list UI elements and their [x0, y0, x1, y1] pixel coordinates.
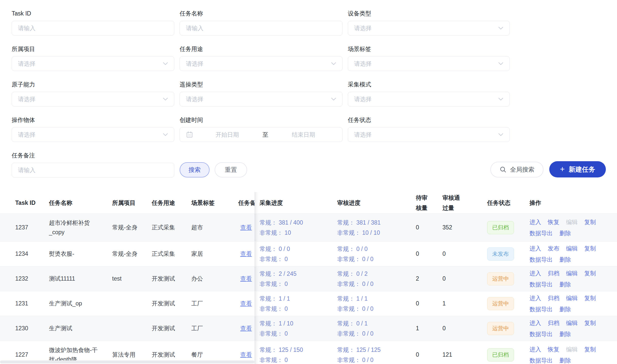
project-select[interactable]: 请选择: [12, 56, 174, 71]
operations: 进入 归档 编辑 复制 数据导出 删除: [529, 268, 596, 290]
op-edit[interactable]: 编辑: [566, 344, 578, 355]
op-enter[interactable]: 进入: [529, 317, 541, 329]
task-id-input[interactable]: [12, 21, 174, 35]
table-header-row: Task ID 任务名称 所属项目 任务用途 场景标签 任务备注 采集进度 审核…: [0, 192, 617, 214]
device-type-select[interactable]: 请选择: [348, 21, 510, 35]
status-badge: 运营中: [487, 272, 514, 285]
op-delete[interactable]: 删除: [559, 329, 571, 340]
teleop-type-select[interactable]: 请选择: [180, 92, 342, 106]
op-edit[interactable]: 编辑: [566, 317, 578, 329]
op-copy[interactable]: 复制: [584, 317, 596, 329]
cell-approved-count: 0: [442, 316, 483, 341]
filter-field-collect-mode: 采集模式 请选择: [348, 81, 510, 106]
review-progress: 常规： 381 / 381非常规： 10 / 10: [337, 217, 381, 238]
header-purpose: 任务用途: [152, 192, 191, 213]
op-export[interactable]: 数据导出: [529, 228, 553, 239]
op-export[interactable]: 数据导出: [529, 254, 553, 265]
chevron-down-icon: [331, 98, 336, 101]
op-export[interactable]: 数据导出: [529, 304, 553, 315]
view-note-link[interactable]: 查看: [240, 224, 252, 231]
op-copy[interactable]: 复制: [584, 268, 596, 279]
view-note-link[interactable]: 查看: [240, 250, 252, 258]
op-delete[interactable]: 删除: [559, 279, 571, 290]
op-copy[interactable]: 复制: [584, 216, 596, 228]
chevron-down-icon: [498, 62, 503, 65]
reset-button[interactable]: 重置: [215, 162, 247, 177]
filter-label: 任务用途: [180, 45, 342, 53]
op-edit[interactable]: 编辑: [566, 293, 578, 304]
chevron-down-icon: [163, 98, 168, 101]
op-export[interactable]: 数据导出: [529, 279, 553, 290]
op-archive[interactable]: 归档: [548, 317, 559, 329]
header-operations: 操作: [529, 192, 617, 213]
op-copy[interactable]: 复制: [584, 293, 596, 304]
op-enter[interactable]: 进入: [529, 293, 541, 304]
filter-label: 操作物体: [12, 116, 174, 124]
chevron-down-icon: [498, 27, 503, 30]
collect-mode-select[interactable]: 请选择: [348, 92, 510, 106]
view-note-link[interactable]: 查看: [240, 300, 252, 307]
op-restore[interactable]: 恢复: [548, 216, 559, 228]
view-note-link[interactable]: 查看: [240, 275, 252, 283]
cell-scene-tag: 超市: [191, 214, 238, 241]
cell-project: [112, 291, 152, 316]
filter-field-task-status: 任务状态 请选择: [348, 116, 510, 142]
task-status-select[interactable]: 请选择: [348, 127, 510, 142]
horizontal-scrollbar[interactable]: [0, 360, 254, 363]
filter-field-atomic-ability: 原子能力 请选择: [12, 81, 174, 106]
op-delete[interactable]: 删除: [559, 304, 571, 315]
collect-progress: 常规： 1 / 1非常规： 0: [260, 294, 290, 314]
cell-purpose: 正式采集: [152, 214, 191, 241]
op-archive[interactable]: 归档: [548, 268, 559, 279]
scene-tag-select[interactable]: 请选择: [348, 56, 510, 71]
filter-field-project: 所属项目 请选择: [12, 45, 174, 71]
op-copy[interactable]: 复制: [584, 344, 596, 355]
atomic-ability-select[interactable]: 请选择: [12, 92, 174, 106]
review-progress: 常规： 0 / 0非常规： 0 / 0: [337, 244, 373, 264]
search-button[interactable]: 搜索: [180, 162, 210, 177]
task-note-input[interactable]: [12, 163, 174, 177]
header-task-id: Task ID: [0, 192, 49, 213]
op-archive[interactable]: 归档: [548, 293, 559, 304]
op-delete[interactable]: 删除: [559, 355, 571, 364]
cell-project: 常规-全身: [112, 242, 152, 266]
cell-task-name: 测试11111: [49, 266, 112, 291]
op-delete[interactable]: 删除: [559, 228, 571, 239]
op-enter[interactable]: 进入: [529, 344, 541, 355]
create-time-range-picker[interactable]: 开始日期 至 结束日期: [180, 127, 342, 142]
task-name-input[interactable]: [180, 21, 342, 35]
operations: 进入 归档 编辑 复制 数据导出 删除: [529, 293, 596, 315]
filter-grid: Task ID 任务名称 设备类型 请选择 所属项目 请选择: [12, 10, 606, 152]
purpose-select[interactable]: 请选择: [180, 56, 342, 71]
operation-object-select[interactable]: 请选择: [12, 127, 174, 142]
op-edit[interactable]: 编辑: [566, 268, 578, 279]
cell-approved-count: 352: [442, 214, 483, 241]
view-note-link[interactable]: 查看: [240, 324, 252, 332]
filter-field-teleop-type: 遥操类型 请选择: [180, 81, 342, 106]
op-edit[interactable]: 编辑: [566, 243, 578, 254]
op-enter[interactable]: 进入: [529, 216, 541, 228]
filter-field-task-name: 任务名称: [180, 10, 342, 35]
filter-field-task-note: 任务备注: [12, 152, 174, 177]
op-edit[interactable]: 编辑: [566, 216, 578, 228]
op-export[interactable]: 数据导出: [529, 355, 553, 364]
end-date-placeholder: 结束日期: [271, 131, 336, 139]
cell-approved-count: 1: [442, 291, 483, 316]
review-progress: 常规： 1 / 1非常规： 0 / 0: [337, 294, 373, 314]
op-delete[interactable]: 删除: [559, 254, 571, 265]
op-export[interactable]: 数据导出: [529, 329, 553, 340]
cell-purpose: 开发测试: [152, 316, 191, 341]
view-note-link[interactable]: 查看: [240, 351, 252, 359]
op-copy[interactable]: 复制: [584, 243, 596, 254]
op-enter[interactable]: 进入: [529, 268, 541, 279]
global-search-button[interactable]: 全局搜索: [490, 162, 543, 177]
filter-label: 遥操类型: [180, 81, 342, 88]
table-row: 1230 生产测试 开发测试 工厂 查看 常规： 1 / 10非常规： 0 常规…: [0, 316, 617, 341]
operations: 进入 归档 编辑 复制 数据导出 删除: [529, 317, 596, 340]
date-range-separator: 至: [260, 131, 271, 139]
op-publish[interactable]: 发布: [548, 243, 559, 254]
op-enter[interactable]: 进入: [529, 243, 541, 254]
new-task-button[interactable]: + 新建任务: [549, 161, 606, 177]
op-restore[interactable]: 恢复: [548, 344, 559, 355]
collect-progress: 常规： 2 / 245非常规： 0: [260, 269, 297, 289]
